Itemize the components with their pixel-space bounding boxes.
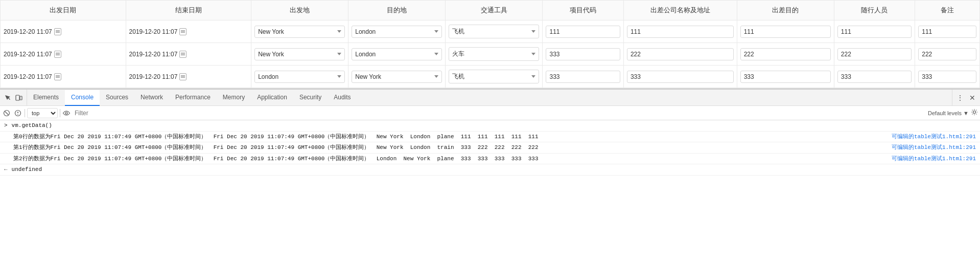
devtools-tab-elements[interactable]: Elements xyxy=(27,90,65,106)
device-toggle-icon[interactable] xyxy=(14,93,24,102)
cell-purpose-1: 222 xyxy=(737,43,834,66)
calendar-icon-end-2[interactable] xyxy=(179,73,186,80)
devtools-tab-audits[interactable]: Audits xyxy=(328,90,357,106)
notes-0: 111 xyxy=(918,26,976,38)
transport-value-0: 飞机 xyxy=(452,27,529,36)
cell-origin-0: New York xyxy=(251,20,348,43)
svg-point-7 xyxy=(65,112,67,114)
console-settings-icon[interactable] xyxy=(971,109,978,117)
filter-input[interactable] xyxy=(73,109,922,118)
console-result-arrow-4: ← xyxy=(4,165,8,174)
dest-value-2: New York xyxy=(355,73,432,80)
company-0: 111 xyxy=(627,26,734,38)
cell-companion-2: 333 xyxy=(834,66,915,88)
transport-dropdown-0[interactable]: 飞机 xyxy=(449,25,539,38)
start-date-text-0: 2019-12-20 11:07 xyxy=(4,28,52,35)
preserve-log-button[interactable] xyxy=(13,109,22,118)
dest-dropdown-1[interactable]: London xyxy=(352,48,442,60)
console-content: > vm.getData() 第0行的数据为Fri Dec 20 2019 11… xyxy=(0,120,980,219)
svg-point-6 xyxy=(17,114,18,115)
project-code-2: 333 xyxy=(546,71,620,83)
context-selector[interactable]: top xyxy=(27,108,58,118)
cell-start-date-1: 2019-12-20 11:07 xyxy=(1,43,126,66)
origin-dropdown-2[interactable]: London xyxy=(254,71,345,83)
calendar-icon-end-0[interactable] xyxy=(179,28,186,35)
cell-origin-1: New York xyxy=(251,43,348,66)
companion-0: 111 xyxy=(837,26,912,38)
console-source-link-1[interactable]: 可编辑的table测试1.html:291 xyxy=(892,133,976,141)
devtools-tab-network[interactable]: Network xyxy=(134,90,169,106)
cell-end-date-0: 2019-12-20 11:07 xyxy=(126,20,251,43)
origin-chevron-1 xyxy=(337,53,341,55)
dest-chevron-0 xyxy=(434,30,438,33)
origin-chevron-0 xyxy=(337,30,341,33)
calendar-icon-start-0[interactable] xyxy=(54,28,61,35)
calendar-icon-end-1[interactable] xyxy=(179,51,186,58)
devtools-right-icons: ⋮ ✕ xyxy=(952,90,980,105)
cell-transport-2: 飞机 xyxy=(446,66,543,88)
eye-icon[interactable] xyxy=(62,110,71,116)
close-devtools-icon[interactable]: ✕ xyxy=(968,93,977,102)
console-line-4: ← undefined xyxy=(0,164,980,176)
origin-dropdown-1[interactable]: New York xyxy=(254,48,345,60)
divider2 xyxy=(60,109,60,117)
console-line-2: 第1行的数据为Fri Dec 20 2019 11:07:49 GMT+0800… xyxy=(0,142,980,154)
companion-1: 222 xyxy=(837,48,912,60)
date-cell-start-1: 2019-12-20 11:07 xyxy=(4,51,123,58)
devtools-tab-performance[interactable]: Performance xyxy=(169,90,217,106)
date-cell-start-0: 2019-12-20 11:07 xyxy=(4,28,123,35)
header-purpose: 出差目的 xyxy=(737,1,834,20)
cell-company-0: 111 xyxy=(623,20,737,43)
more-options-icon[interactable]: ⋮ xyxy=(955,93,965,102)
console-text-3: 第2行的数据为Fri Dec 20 2019 11:07:49 GMT+0800… xyxy=(13,155,890,163)
cell-notes-2: 333 xyxy=(915,66,980,88)
cell-company-2: 333 xyxy=(623,66,737,88)
end-date-text-0: 2019-12-20 11:07 xyxy=(129,28,178,35)
console-bar: top Default levels ▼ xyxy=(0,106,980,120)
origin-value-1: New York xyxy=(258,51,335,58)
console-text-2: 第1行的数据为Fri Dec 20 2019 11:07:49 GMT+0800… xyxy=(13,143,890,152)
devtools-toolbar: ElementsConsoleSourcesNetworkPerformance… xyxy=(0,90,980,106)
devtools-tab-sources[interactable]: Sources xyxy=(100,90,134,106)
transport-value-1: 火车 xyxy=(452,50,529,58)
console-source-link-2[interactable]: 可编辑的table测试1.html:291 xyxy=(892,143,976,152)
transport-chevron-0 xyxy=(531,30,535,33)
cell-transport-1: 火车 xyxy=(446,43,543,66)
end-date-text-2: 2019-12-20 11:07 xyxy=(129,73,178,80)
transport-dropdown-2[interactable]: 飞机 xyxy=(449,70,539,83)
date-cell-start-2: 2019-12-20 11:07 xyxy=(4,73,123,80)
calendar-icon-start-1[interactable] xyxy=(54,51,61,58)
inspect-icon[interactable] xyxy=(3,93,12,102)
dest-value-1: London xyxy=(355,51,432,58)
default-levels-button[interactable]: Default levels ▼ xyxy=(928,110,969,116)
console-source-link-3[interactable]: 可编辑的table测试1.html:291 xyxy=(892,155,976,163)
transport-chevron-1 xyxy=(531,53,535,55)
svg-rect-0 xyxy=(16,95,19,100)
dest-dropdown-0[interactable]: London xyxy=(352,26,442,38)
cell-start-date-0: 2019-12-20 11:07 xyxy=(1,20,126,43)
header-notes: 备注 xyxy=(915,1,980,20)
header-project-code: 项目代码 xyxy=(543,1,623,20)
start-date-text-2: 2019-12-20 11:07 xyxy=(4,73,52,80)
origin-dropdown-0[interactable]: New York xyxy=(254,26,345,38)
devtools-tab-security[interactable]: Security xyxy=(293,90,328,106)
devtools-tab-console[interactable]: Console xyxy=(65,90,100,106)
cell-companion-1: 222 xyxy=(834,43,915,66)
date-cell-end-0: 2019-12-20 11:07 xyxy=(129,28,248,35)
dest-dropdown-2[interactable]: New York xyxy=(352,71,442,83)
origin-value-2: London xyxy=(258,73,335,80)
devtools-tab-application[interactable]: Application xyxy=(251,90,293,106)
project-code-0: 111 xyxy=(546,26,620,38)
origin-value-0: New York xyxy=(258,28,335,35)
clear-console-button[interactable] xyxy=(2,109,11,118)
purpose-2: 333 xyxy=(740,71,831,83)
transport-dropdown-1[interactable]: 火车 xyxy=(449,47,539,61)
cell-transport-0: 飞机 xyxy=(446,20,543,43)
origin-chevron-2 xyxy=(337,75,341,78)
cell-dest-1: London xyxy=(348,43,446,66)
header-transport: 交通工具 xyxy=(446,1,543,20)
header-companion: 随行人员 xyxy=(834,1,915,20)
calendar-icon-start-2[interactable] xyxy=(54,73,61,80)
devtools-tab-memory[interactable]: Memory xyxy=(217,90,251,106)
cell-end-date-2: 2019-12-20 11:07 xyxy=(126,66,251,88)
